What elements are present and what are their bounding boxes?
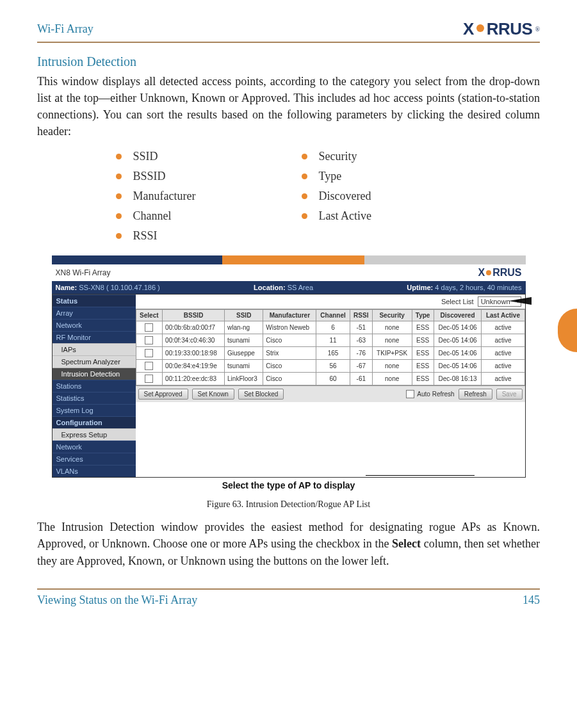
column-header[interactable]: Type: [412, 310, 434, 321]
nav-section-configuration[interactable]: Configuration: [53, 416, 136, 428]
cell-discovered: Dec-08 16:13: [434, 373, 482, 385]
bullet-label: BSSID: [133, 170, 166, 183]
nav-item-vlans[interactable]: VLANs: [53, 465, 136, 477]
cell-ssid: tsunami: [225, 360, 263, 373]
brand-text-post: RRUS: [487, 19, 533, 39]
nav-item-rf-monitor[interactable]: RF Monitor: [53, 331, 136, 343]
figure-callout: Select the type of AP to display: [52, 480, 526, 490]
bullet-dot-icon: [302, 154, 307, 159]
footer-rule: [37, 588, 540, 590]
column-header[interactable]: RSSI: [350, 310, 372, 321]
row-checkbox[interactable]: [145, 323, 153, 332]
cell-security: none: [372, 373, 412, 385]
brand-dot-icon: [476, 24, 484, 32]
doc-title: Wi-Fi Array: [37, 22, 93, 36]
bullet-label: Manufacturer: [133, 190, 196, 203]
cell-manufacturer: Cisco: [263, 360, 316, 373]
nav-sub-intrusion-detection[interactable]: Intrusion Detection: [53, 368, 136, 380]
cell-channel: 165: [316, 347, 350, 360]
outro-paragraph: The Intrusion Detection window provides …: [37, 519, 540, 569]
registered-mark: ®: [535, 26, 540, 33]
cell-discovered: Dec-05 14:06: [434, 360, 482, 373]
nav-item-stations[interactable]: Stations: [53, 380, 136, 392]
figure-container: XN8 Wi-Fi Array X RRUS Name: SS-XN8 ( 10…: [52, 255, 526, 490]
cell-discovered: Dec-05 14:06: [434, 347, 482, 360]
figure-brand-dot-icon: [486, 270, 491, 275]
cell-manufacturer: Strix: [263, 347, 316, 360]
set-approved-button[interactable]: Set Approved: [138, 389, 188, 400]
callout-arrow-icon: [508, 297, 532, 305]
bullet-label: RSSI: [133, 229, 158, 243]
row-checkbox[interactable]: [145, 375, 153, 383]
page-number: 145: [523, 594, 540, 607]
bullet-item: BSSID: [116, 170, 276, 183]
footer-text: Viewing Status on the Wi-Fi Array: [37, 594, 197, 607]
status-name-label: Name:: [56, 284, 77, 291]
cell-type: ESS: [412, 360, 434, 373]
cell-type: ESS: [412, 347, 434, 360]
row-checkbox[interactable]: [145, 349, 153, 357]
column-header[interactable]: Select: [136, 310, 163, 321]
figure-brand-logo: X RRUS: [478, 267, 521, 279]
cell-security: TKIP+PSK: [372, 347, 412, 360]
bullet-label: Type: [319, 170, 342, 183]
bullet-dot-icon: [302, 213, 307, 219]
set-blocked-button[interactable]: Set Blocked: [238, 389, 284, 400]
column-header[interactable]: Discovered: [434, 310, 482, 321]
nav-item-network[interactable]: Network: [53, 319, 136, 331]
intro-paragraph: This window displays all detected access…: [37, 73, 540, 140]
bullet-dot-icon: [116, 193, 122, 199]
auto-refresh-toggle[interactable]: Auto Refresh: [406, 390, 454, 398]
bullet-dot-icon: [116, 154, 122, 159]
cell-discovered: Dec-05 14:06: [434, 334, 482, 347]
save-button[interactable]: Save: [496, 389, 523, 400]
column-header[interactable]: Channel: [316, 310, 350, 321]
nav-section-status[interactable]: Status: [53, 295, 136, 307]
nav-item-services[interactable]: Services: [53, 453, 136, 465]
refresh-button[interactable]: Refresh: [459, 389, 492, 400]
figure-status-bar: Name: SS-XN8 ( 10.100.47.186 ) Location:…: [52, 281, 526, 294]
nav-item-express-setup[interactable]: Express Setup: [53, 428, 136, 441]
cell-last-active: active: [482, 334, 524, 347]
nav-item-config-network[interactable]: Network: [53, 441, 136, 453]
column-header[interactable]: Security: [372, 310, 412, 321]
cell-type: ESS: [412, 373, 434, 385]
header-rule: [37, 42, 540, 43]
cell-last-active: active: [482, 321, 524, 334]
status-location-label: Location:: [254, 284, 286, 291]
brand-text-pre: X: [463, 19, 474, 39]
figure-top-stripe: [52, 255, 526, 264]
table-row: 00:19:33:00:18:98GiuseppeStrix165-76TKIP…: [136, 347, 524, 360]
nav-sub-spectrum[interactable]: Spectrum Analyzer: [53, 355, 136, 368]
bullet-dot-icon: [116, 233, 122, 239]
cell-manufacturer: Cisco: [263, 334, 316, 347]
nav-item-system-log[interactable]: System Log: [53, 404, 136, 416]
header-row: Wi-Fi Array X RRUS ®: [37, 19, 540, 39]
row-checkbox[interactable]: [145, 362, 153, 370]
column-header[interactable]: BSSID: [163, 310, 225, 321]
cell-ssid: Giuseppe: [225, 347, 263, 360]
set-known-button[interactable]: Set Known: [192, 389, 234, 400]
bullet-label: Security: [319, 150, 357, 163]
nav-sub-iaps[interactable]: IAPs: [53, 343, 136, 355]
section-heading: Intrusion Detection: [37, 54, 540, 69]
callout-leader-line: [366, 475, 475, 476]
bullet-item: Security: [302, 150, 462, 163]
bullet-label: Last Active: [319, 209, 371, 223]
figure-product-label: XN8 Wi-Fi Array: [56, 268, 111, 277]
bullet-label: SSID: [133, 150, 158, 163]
bullet-dot-icon: [116, 174, 122, 179]
nav-item-array[interactable]: Array: [53, 307, 136, 319]
column-header[interactable]: Last Active: [482, 310, 524, 321]
table-row: 00:0e:84:e4:19:9etsunamiCisco56-67noneES…: [136, 360, 524, 373]
cell-bssid: 00:0b:6b:a0:00:f7: [163, 321, 225, 334]
bullet-item: RSSI: [116, 229, 276, 243]
figure-caption: Figure 63. Intrusion Detection/Rogue AP …: [37, 499, 540, 510]
cell-type: ESS: [412, 321, 434, 334]
nav-item-statistics[interactable]: Statistics: [53, 392, 136, 404]
row-checkbox[interactable]: [145, 336, 153, 344]
sort-parameters-list: SSIDSecurityBSSIDTypeManufacturerDiscove…: [116, 150, 462, 243]
column-header[interactable]: SSID: [225, 310, 263, 321]
figure-callout-text: Select the type of AP to display: [222, 480, 355, 490]
column-header[interactable]: Manufacturer: [263, 310, 316, 321]
